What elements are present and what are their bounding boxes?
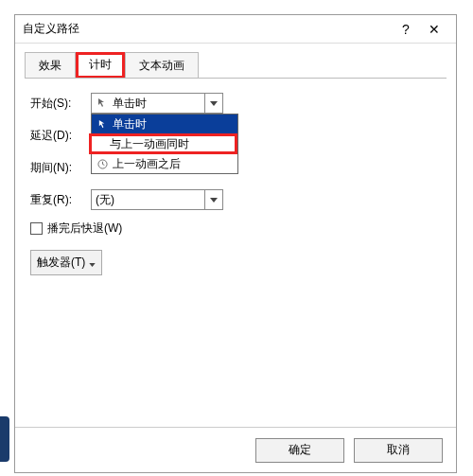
- tab-timing[interactable]: 计时: [76, 52, 125, 79]
- titlebar: 自定义路径 ? ✕: [15, 15, 456, 44]
- timing-panel: 开始(S): 单击时 单击时: [25, 78, 447, 427]
- repeat-label: 重复(R):: [30, 192, 91, 208]
- external-edge: [0, 416, 9, 462]
- ok-button[interactable]: 确定: [255, 438, 344, 463]
- start-label: 开始(S):: [30, 96, 91, 112]
- dropdown-option-withprev[interactable]: 与上一动画同时: [89, 133, 237, 154]
- rewind-row: 播完后快退(W): [30, 220, 441, 237]
- dropdown-option-label: 与上一动画同时: [110, 136, 189, 152]
- custom-path-dialog: 自定义路径 ? ✕ 效果 计时 文本动画 开始(S): 单击时: [14, 14, 457, 473]
- dropdown-option-afterprev[interactable]: 上一动画之后: [92, 154, 237, 173]
- chevron-down-icon: [204, 94, 221, 113]
- rewind-label: 播完后快退(W): [47, 220, 122, 237]
- dropdown-option-label: 单击时: [113, 116, 147, 132]
- start-row: 开始(S): 单击时 单击时: [30, 92, 441, 115]
- duration-label: 期间(N):: [30, 160, 91, 176]
- trigger-label: 触发器(T): [37, 255, 85, 271]
- dropdown-option-label: 上一动画之后: [113, 156, 181, 172]
- repeat-combo-text: (无): [96, 192, 204, 208]
- dropdown-option-onclick[interactable]: 单击时: [92, 115, 237, 133]
- repeat-combo[interactable]: (无): [91, 189, 223, 210]
- chevron-down-icon: [89, 256, 96, 270]
- tab-text-animation[interactable]: 文本动画: [125, 52, 199, 79]
- mouse-icon: [96, 119, 109, 130]
- delay-label: 延迟(D):: [30, 128, 91, 144]
- clock-icon: [96, 159, 109, 169]
- trigger-button[interactable]: 触发器(T): [30, 250, 102, 275]
- mouse-icon: [96, 97, 109, 110]
- tab-strip: 效果 计时 文本动画: [15, 44, 456, 78]
- help-button[interactable]: ?: [392, 18, 420, 41]
- start-dropdown: 单击时 与上一动画同时 上一动画之后: [91, 114, 238, 174]
- cancel-button[interactable]: 取消: [354, 438, 443, 463]
- rewind-checkbox[interactable]: [30, 222, 43, 235]
- close-button[interactable]: ✕: [420, 18, 448, 41]
- dialog-title: 自定义路径: [23, 21, 392, 37]
- chevron-down-icon: [204, 190, 221, 209]
- start-combo-text: 单击时: [113, 96, 204, 112]
- repeat-row: 重复(R): (无): [30, 188, 441, 211]
- tab-effect[interactable]: 效果: [25, 52, 76, 79]
- start-combo[interactable]: 单击时 单击时 与上一动画同时: [91, 93, 223, 114]
- dialog-footer: 确定 取消: [15, 427, 456, 472]
